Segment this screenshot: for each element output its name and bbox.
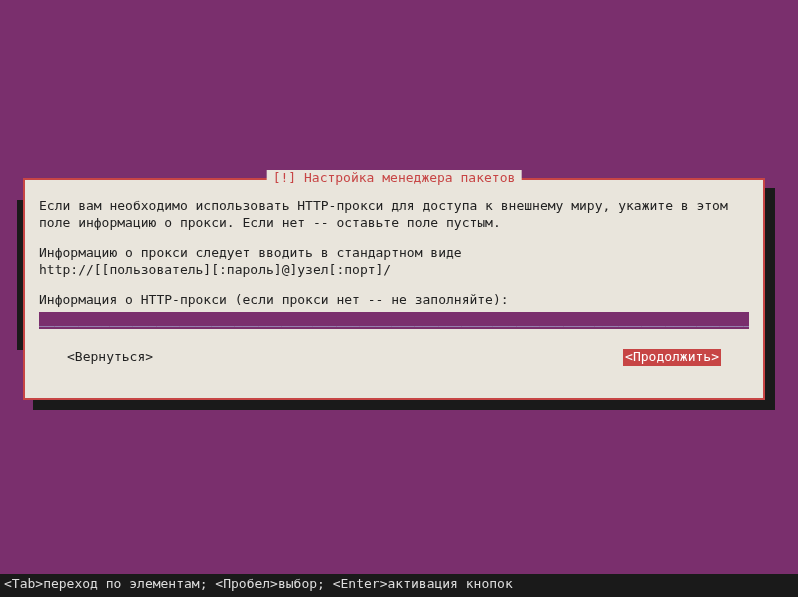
dialog-title-text: [!] Настройка менеджера пакетов [273,170,516,185]
input-placeholder-underscores: ________________________________________… [39,312,749,327]
continue-button[interactable]: <Продолжить> [623,349,721,366]
proxy-config-dialog: [!] Настройка менеджера пакетов Если вам… [23,178,765,400]
dialog-title: [!] Настройка менеджера пакетов [267,170,522,187]
spacer [39,232,749,245]
proxy-input-label: Информация о HTTP-прокси (если прокси не… [39,292,749,309]
back-button[interactable]: <Вернуться> [67,349,153,366]
dialog-button-row: <Вернуться> <Продолжить> [39,349,749,366]
spacer [39,279,749,292]
status-bar-text: <Tab>переход по элементам; <Пробел>выбор… [4,576,513,591]
dialog-paragraph-2: Информацию о прокси следует вводить в ст… [39,245,749,279]
proxy-input[interactable]: ________________________________________… [39,312,749,329]
status-bar: <Tab>переход по элементам; <Пробел>выбор… [0,574,798,597]
dialog-paragraph-1: Если вам необходимо использовать HTTP-пр… [39,198,749,232]
